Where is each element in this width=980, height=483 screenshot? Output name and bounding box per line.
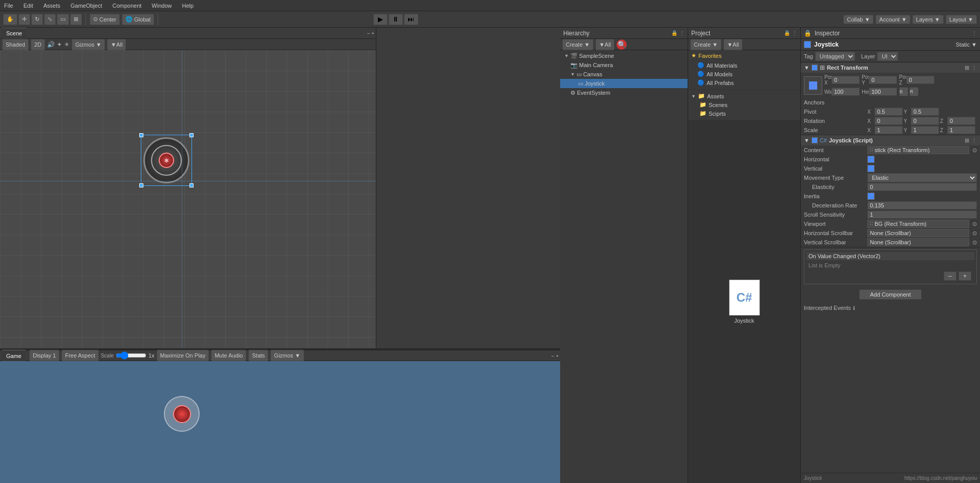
object-active-checkbox[interactable] <box>804 41 811 48</box>
content-select-btn[interactable]: ⊙ <box>972 147 977 154</box>
handle-top-right[interactable] <box>189 133 194 137</box>
rt-more-icon[interactable]: ⋮ <box>971 65 977 71</box>
audio-toggle[interactable]: 🔊 <box>47 41 55 48</box>
rt-preset-icon[interactable]: ⊞ <box>965 65 969 71</box>
pivot-y-input[interactable] <box>911 108 939 116</box>
layer-dropdown[interactable]: UI <box>877 52 898 61</box>
hierarchy-item-main-camera[interactable]: 📷 Main Camera <box>560 60 688 70</box>
all-filter[interactable]: ▼All <box>107 39 126 50</box>
fav-all-models[interactable]: 🔵 All Models <box>691 70 797 78</box>
joystick-scene-object[interactable]: ✻ <box>143 137 189 183</box>
rot-y-input[interactable] <box>911 117 939 125</box>
pos-y-input[interactable] <box>869 76 897 84</box>
bp-button[interactable]: B <box>899 87 908 96</box>
inspector-lock-icon[interactable]: 🔒 <box>804 30 812 37</box>
rect-transform-header[interactable]: ▼ ⊞ Rect Transform ⊞ ⋮ <box>801 62 980 73</box>
hierarchy-item-joystick[interactable]: ▭ Joystick <box>560 79 688 88</box>
height-input[interactable] <box>869 88 897 96</box>
project-more[interactable]: ⋮ <box>792 30 797 36</box>
rt-visual[interactable] <box>804 76 822 95</box>
scroll-sensitivity-input[interactable] <box>867 211 977 219</box>
vertical-scrollbar-btn[interactable]: ⊙ <box>972 239 977 246</box>
pos-x-input[interactable] <box>832 76 860 84</box>
hierarchy-item-canvas[interactable]: ▼ ▭ Canvas <box>560 70 688 79</box>
static-label[interactable]: Static ▼ <box>956 41 977 48</box>
fav-all-materials[interactable]: 🔵 All Materials <box>691 61 797 70</box>
scripts-folder[interactable]: 📁 Sciprts <box>691 109 797 118</box>
hierarchy-create-button[interactable]: Create ▼ <box>562 39 593 50</box>
shading-dropdown[interactable]: Shaded <box>2 39 29 50</box>
rotate-tool[interactable]: ↻ <box>31 14 43 25</box>
hierarchy-more[interactable]: ⋮ <box>679 30 685 36</box>
scale-z-input[interactable] <box>947 126 975 134</box>
hierarchy-search-button[interactable]: 🔍 <box>616 39 627 50</box>
gizmos-button[interactable]: Gizmos ▼ <box>72 39 105 50</box>
rot-x-input[interactable] <box>875 117 903 125</box>
tab-scene[interactable]: Scene <box>2 28 26 39</box>
fav-all-prefabs[interactable]: 🔵 All Prefabs <box>691 78 797 87</box>
elasticity-input[interactable] <box>867 183 977 191</box>
deceleration-rate-input[interactable] <box>867 201 977 209</box>
movement-type-dropdown[interactable]: Elastic <box>867 173 977 182</box>
2d-toggle[interactable]: 2D <box>31 39 45 50</box>
hand-tool[interactable]: ✋ <box>3 14 17 25</box>
hierarchy-item-samplescene[interactable]: ▼ 🎬 SampleScene <box>560 51 688 60</box>
width-input[interactable] <box>832 88 860 96</box>
rt-enabled-checkbox[interactable] <box>812 65 818 71</box>
move-tool[interactable]: ✛ <box>18 14 30 25</box>
account-button[interactable]: Account ▼ <box>876 15 910 24</box>
js-enabled-checkbox[interactable] <box>812 137 818 143</box>
joystick-script-header[interactable]: ▼ C# Joystick (Script) ⊞ ⋮ <box>801 135 980 145</box>
menu-gameobject[interactable]: GameObject <box>69 3 104 9</box>
remove-event-btn[interactable]: – <box>944 271 956 281</box>
menu-assets[interactable]: Assets <box>41 3 62 9</box>
game-viewport[interactable] <box>0 361 560 483</box>
assets-folder[interactable]: ▼ 📁 Assets <box>691 92 797 100</box>
js-preset-icon[interactable]: ⊞ <box>965 137 969 144</box>
horizontal-checkbox[interactable] <box>867 156 875 163</box>
layers-button[interactable]: Layers ▼ <box>912 15 944 24</box>
horizontal-scrollbar-btn[interactable]: ⊙ <box>972 230 977 237</box>
scale-tool[interactable]: ⤡ <box>44 14 56 25</box>
scale-y-input[interactable] <box>911 126 939 134</box>
content-field[interactable]: ∷ stick (Rect Transform) <box>867 146 969 154</box>
stats-button[interactable]: Stats <box>248 350 268 361</box>
mute-audio[interactable]: Mute Audio <box>211 350 246 361</box>
global-button[interactable]: 🌐 Global <box>122 14 154 25</box>
inspector-more[interactable]: ⋮ <box>972 30 977 36</box>
menu-edit[interactable]: Edit <box>22 3 35 9</box>
scale-slider[interactable] <box>116 351 146 360</box>
hierarchy-all-button[interactable]: ▼All <box>595 39 614 50</box>
center-button[interactable]: ⊙ Center <box>90 14 120 25</box>
scenes-folder[interactable]: 📁 Scenes <box>691 100 797 109</box>
tag-dropdown[interactable]: Untagged <box>815 52 855 61</box>
game-gizmos[interactable]: Gizmos ▼ <box>270 350 304 361</box>
project-create-button[interactable]: Create ▼ <box>690 39 721 50</box>
collab-button[interactable]: Collab ▼ <box>843 15 874 24</box>
r-button[interactable]: R <box>909 87 919 96</box>
add-component-button[interactable]: Add Component <box>859 289 922 300</box>
menu-component[interactable]: Component <box>110 3 143 9</box>
handle-top-left[interactable] <box>139 133 143 137</box>
layout-button[interactable]: Layout ▼ <box>946 15 977 24</box>
fx-toggle[interactable]: ✦ <box>57 41 62 48</box>
scale-x-input[interactable] <box>875 126 903 134</box>
menu-window[interactable]: Window <box>150 3 174 9</box>
horizontal-scrollbar-field[interactable]: None (Scrollbar) <box>867 229 969 237</box>
scene-maximize[interactable]: ▪ <box>372 30 374 36</box>
pause-button[interactable]: ⏸ <box>389 14 403 25</box>
project-lock[interactable]: 🔒 <box>784 30 790 36</box>
rot-z-input[interactable] <box>947 117 975 125</box>
viewport-select-btn[interactable]: ⊙ <box>972 221 977 227</box>
transform-all-tool[interactable]: ⊞ <box>70 14 82 25</box>
game-minimize[interactable]: – <box>551 353 555 359</box>
game-panel-maximize[interactable]: ▪ <box>556 353 558 359</box>
handle-bottom-left[interactable] <box>139 183 143 187</box>
scene-viewport[interactable]: ✻ <box>0 50 376 348</box>
inertia-checkbox[interactable] <box>867 193 875 200</box>
scene-minimize[interactable]: – <box>367 30 370 36</box>
play-button[interactable]: ▶ <box>373 14 388 25</box>
vertical-scrollbar-field[interactable]: None (Scrollbar) <box>867 238 969 246</box>
viewport-field[interactable]: ∷ BG (Rect Transform) <box>867 220 969 228</box>
rect-tool[interactable]: ▭ <box>57 14 69 25</box>
